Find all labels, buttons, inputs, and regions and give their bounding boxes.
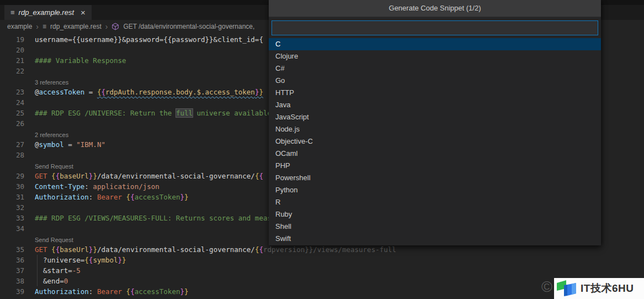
code-token: "IBM.N"	[76, 140, 105, 149]
quickpick-item[interactable]: Node.js	[269, 123, 601, 135]
quickpick-item[interactable]: Objective-C	[269, 135, 601, 148]
quickpick-item[interactable]: C#	[269, 62, 601, 75]
line-number: 36	[0, 255, 35, 265]
line-number: 26	[0, 118, 35, 129]
tab-rdp-example-rest[interactable]: ≡ rdp_example.rest ×	[4, 5, 92, 20]
code-token: {	[51, 245, 56, 254]
quickpick-input[interactable]	[272, 20, 598, 35]
code-token: {	[126, 287, 131, 296]
code-token: #### Variable Response	[35, 56, 126, 65]
code-token: {	[101, 88, 105, 96]
code-line-content: ?universe={{symbol}}	[35, 255, 126, 265]
quickpick-dialog: Generate Code Snippet (1/2) CClojureC#Go…	[269, 0, 601, 245]
line-number	[0, 76, 35, 87]
code-line-content: &start=-5	[35, 265, 81, 276]
line-number: 27	[0, 139, 35, 150]
code-line-content: #### Variable Response	[35, 55, 126, 66]
code-token: ### RDP ESG /VIEWS/MEASURES-FULL: Return…	[35, 214, 288, 222]
code-token: }	[118, 256, 123, 264]
quickpick-item[interactable]: R	[269, 196, 601, 208]
line-number: 38	[0, 276, 35, 286]
line-number: 35	[0, 244, 35, 255]
code-token: }	[259, 88, 263, 96]
code-line-content: Send Request	[35, 160, 73, 171]
code-token: {	[259, 245, 263, 254]
quickpick-title: Generate Code Snippet (1/2)	[269, 0, 601, 17]
code-row: 36 ?universe={{symbol}}	[0, 255, 644, 265]
file-icon: ≡	[42, 23, 46, 30]
quickpick-item[interactable]: JavaScript	[269, 111, 601, 123]
breadcrumb-folder[interactable]: example	[7, 23, 32, 30]
file-icon: ≡	[10, 9, 15, 16]
quickpick-item[interactable]: HTTP	[269, 87, 601, 99]
code-token: accessToken	[135, 287, 180, 296]
code-row: 35GET {{baseUrl}}/data/environmental-soc…	[0, 244, 644, 255]
code-token: GET	[35, 172, 47, 180]
code-line-content: ### RDP ESG /VIEWS/MEASURES-FULL: Return…	[35, 213, 288, 223]
codelens-link[interactable]: Send Request	[35, 163, 73, 170]
quickpick-item[interactable]: Shell	[269, 221, 601, 233]
code-token: Authorization	[35, 193, 89, 201]
line-number: 25	[0, 108, 35, 118]
quickpick-item[interactable]: Python	[269, 184, 601, 196]
quickpick-input-wrap	[269, 17, 601, 38]
line-number	[0, 160, 35, 171]
code-token: username={{username}}&password={{passwor…	[35, 35, 263, 44]
line-number: 20	[0, 45, 35, 55]
code-line-content: Send Request	[35, 234, 73, 244]
line-number	[0, 129, 35, 139]
quickpick-item[interactable]: Powershell	[269, 172, 601, 184]
code-token: baseUrl	[60, 245, 89, 254]
code-token: accessToken	[135, 193, 180, 201]
brand-flag-icon	[556, 279, 578, 298]
tab-title: rdp_example.rest	[19, 8, 74, 17]
quickpick-item[interactable]: Clojure	[269, 50, 601, 62]
watermark: IT技术6HU	[554, 278, 644, 299]
code-token	[122, 193, 126, 201]
code-line-content: 3 references	[35, 76, 68, 87]
quickpick-item[interactable]: Swift	[269, 233, 601, 245]
code-token: }	[180, 287, 184, 296]
code-token: /data/environmental-social-governance/	[97, 245, 255, 254]
quickpick-item[interactable]: PHP	[269, 160, 601, 172]
code-row: 37 &start=-5	[0, 265, 644, 276]
code-token: universe available	[193, 109, 272, 117]
symbol-cube-icon	[111, 23, 119, 30]
code-token: }	[122, 256, 126, 264]
breadcrumb-symbol[interactable]: GET /data/environmental-social-governanc…	[123, 23, 254, 30]
code-token: {	[126, 193, 131, 201]
quickpick-item[interactable]: Java	[269, 99, 601, 111]
codelens-link[interactable]: 2 references	[35, 132, 68, 138]
quickpick-item[interactable]: OCaml	[269, 148, 601, 160]
line-number: 29	[0, 171, 35, 181]
code-line-content: Authorization: Bearer {{accessToken}}	[35, 192, 189, 202]
code-token: accessToken	[39, 88, 85, 96]
line-number: 28	[0, 150, 35, 160]
code-token: Content-Type	[35, 182, 84, 191]
copyright-icon: ©	[541, 280, 552, 295]
code-token: Authorization	[35, 287, 89, 296]
code-token: ### RDP ESG /UNIVERSE: Return the	[35, 109, 176, 117]
code-token: @	[35, 88, 39, 96]
line-number: 33	[0, 213, 35, 223]
code-line-content: @accessToken = {{rdpAuth.response.body.$…	[35, 87, 263, 97]
code-line-content: 2 references	[35, 129, 68, 139]
line-number: 19	[0, 34, 35, 45]
code-token: rdpversion}}/views/measures-full	[263, 245, 396, 254]
close-tab-icon[interactable]: ×	[81, 8, 86, 17]
code-token: :	[89, 287, 97, 296]
line-number: 23	[0, 87, 35, 97]
quickpick-item[interactable]: Ruby	[269, 208, 601, 221]
line-number: 37	[0, 265, 35, 276]
line-number: 31	[0, 192, 35, 202]
code-token: /data/environmental-social-governance/	[97, 172, 255, 180]
quickpick-item[interactable]: C	[269, 38, 601, 50]
code-line-content: ### RDP ESG /UNIVERSE: Return the full u…	[35, 108, 272, 118]
breadcrumb-file[interactable]: rdp_example.rest	[50, 23, 102, 30]
codelens-link[interactable]: Send Request	[35, 237, 73, 243]
quickpick-item[interactable]: Go	[269, 75, 601, 87]
codelens-link[interactable]: 3 references	[35, 79, 68, 86]
code-token: {	[51, 172, 56, 180]
code-token: rdpAuth.response.body.$.access_token	[105, 88, 255, 96]
code-token: {	[130, 287, 135, 296]
